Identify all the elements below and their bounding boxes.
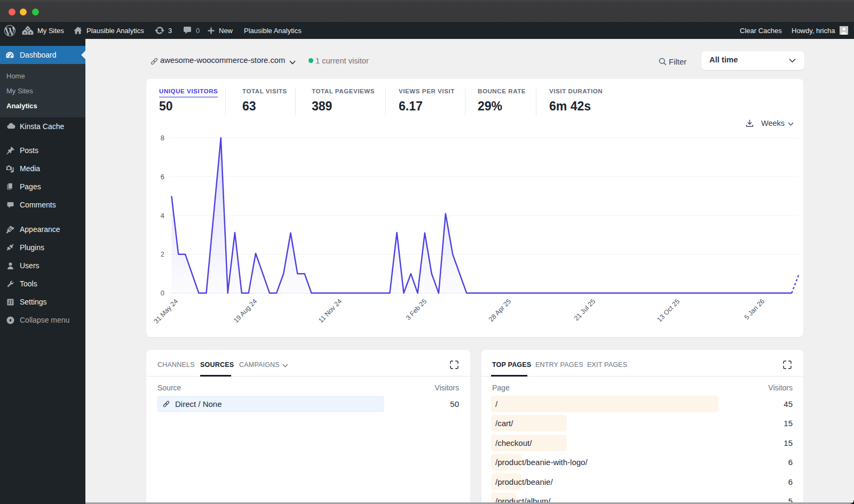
svg-text:8: 8 — [161, 134, 164, 142]
svg-text:31 May 24: 31 May 24 — [153, 298, 180, 325]
svg-text:0: 0 — [161, 289, 164, 297]
svg-text:21 Jul 25: 21 Jul 25 — [573, 298, 597, 322]
svg-text:19 Aug 24: 19 Aug 24 — [232, 298, 258, 324]
svg-text:6: 6 — [161, 173, 164, 181]
svg-text:28 Apr 25: 28 Apr 25 — [487, 298, 512, 323]
svg-text:11 Nov 24: 11 Nov 24 — [317, 298, 343, 324]
svg-text:5 Jan 26: 5 Jan 26 — [743, 298, 766, 321]
svg-text:2: 2 — [161, 250, 164, 258]
svg-text:4: 4 — [161, 212, 164, 220]
svg-text:3 Feb 25: 3 Feb 25 — [405, 298, 428, 322]
svg-text:13 Oct 25: 13 Oct 25 — [655, 298, 681, 324]
